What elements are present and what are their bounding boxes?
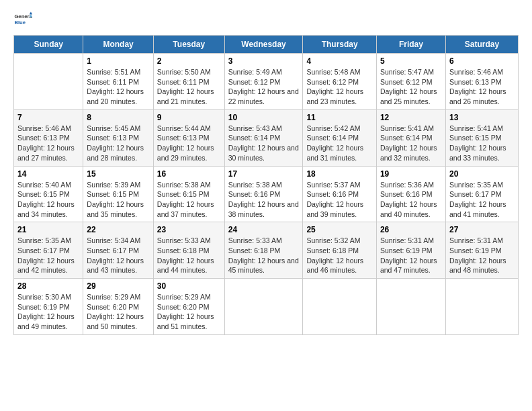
day-number: 19 xyxy=(380,169,442,179)
cell-info: Sunrise: 5:34 AMSunset: 6:17 PMDaylight:… xyxy=(87,236,149,275)
cell-info: Sunrise: 5:44 AMSunset: 6:13 PMDaylight:… xyxy=(157,124,221,163)
day-number: 13 xyxy=(449,113,515,122)
page-header: General Blue xyxy=(13,11,519,30)
day-number: 28 xyxy=(17,281,79,291)
day-number: 24 xyxy=(228,225,300,234)
cell-info: Sunrise: 5:49 AMSunset: 6:12 PMDaylight:… xyxy=(228,67,300,107)
weekday-header: Thursday xyxy=(303,36,377,54)
calendar-week-row: 28Sunrise: 5:30 AMSunset: 6:19 PMDayligh… xyxy=(14,279,519,335)
calendar-cell: 13Sunrise: 5:41 AMSunset: 6:15 PMDayligh… xyxy=(445,109,518,166)
day-number: 26 xyxy=(380,225,442,234)
cell-info: Sunrise: 5:35 AMSunset: 6:17 PMDaylight:… xyxy=(449,180,515,220)
cell-info: Sunrise: 5:38 AMSunset: 6:15 PMDaylight:… xyxy=(157,180,221,220)
day-number: 11 xyxy=(306,113,373,122)
cell-info: Sunrise: 5:42 AMSunset: 6:14 PMDaylight:… xyxy=(306,124,373,163)
weekday-header: Sunday xyxy=(14,36,83,54)
day-number: 17 xyxy=(228,169,300,179)
day-number: 4 xyxy=(306,56,373,66)
svg-text:Blue: Blue xyxy=(14,19,26,26)
cell-info: Sunrise: 5:39 AMSunset: 6:15 PMDaylight:… xyxy=(87,180,149,220)
calendar-cell xyxy=(14,54,83,110)
cell-info: Sunrise: 5:33 AMSunset: 6:18 PMDaylight:… xyxy=(157,236,221,275)
day-number: 6 xyxy=(449,56,515,66)
day-number: 7 xyxy=(17,113,79,122)
calendar-cell: 9Sunrise: 5:44 AMSunset: 6:13 PMDaylight… xyxy=(153,109,224,166)
calendar-cell: 7Sunrise: 5:46 AMSunset: 6:13 PMDaylight… xyxy=(14,109,83,166)
day-number: 10 xyxy=(228,113,300,122)
calendar-cell: 29Sunrise: 5:29 AMSunset: 6:20 PMDayligh… xyxy=(83,279,153,335)
calendar-cell: 17Sunrise: 5:38 AMSunset: 6:16 PMDayligh… xyxy=(224,166,303,222)
day-number: 21 xyxy=(17,225,79,234)
day-number: 23 xyxy=(157,225,221,234)
calendar-cell: 19Sunrise: 5:36 AMSunset: 6:16 PMDayligh… xyxy=(376,166,445,222)
logo: General Blue xyxy=(13,11,32,30)
calendar-week-row: 7Sunrise: 5:46 AMSunset: 6:13 PMDaylight… xyxy=(14,109,519,166)
cell-info: Sunrise: 5:41 AMSunset: 6:14 PMDaylight:… xyxy=(380,124,442,163)
day-number: 29 xyxy=(87,281,149,291)
cell-info: Sunrise: 5:38 AMSunset: 6:16 PMDaylight:… xyxy=(228,180,300,220)
calendar-table: SundayMondayTuesdayWednesdayThursdayFrid… xyxy=(13,35,519,335)
cell-info: Sunrise: 5:51 AMSunset: 6:11 PMDaylight:… xyxy=(87,67,149,107)
calendar-cell: 11Sunrise: 5:42 AMSunset: 6:14 PMDayligh… xyxy=(303,109,377,166)
cell-info: Sunrise: 5:41 AMSunset: 6:15 PMDaylight:… xyxy=(449,124,515,163)
cell-info: Sunrise: 5:50 AMSunset: 6:11 PMDaylight:… xyxy=(157,67,221,107)
cell-info: Sunrise: 5:43 AMSunset: 6:14 PMDaylight:… xyxy=(228,124,300,163)
calendar-cell: 8Sunrise: 5:45 AMSunset: 6:13 PMDaylight… xyxy=(83,109,153,166)
calendar-cell: 23Sunrise: 5:33 AMSunset: 6:18 PMDayligh… xyxy=(153,222,224,279)
calendar-week-row: 14Sunrise: 5:40 AMSunset: 6:15 PMDayligh… xyxy=(14,166,519,222)
calendar-cell: 3Sunrise: 5:49 AMSunset: 6:12 PMDaylight… xyxy=(224,54,303,110)
cell-info: Sunrise: 5:33 AMSunset: 6:18 PMDaylight:… xyxy=(228,236,300,275)
calendar-cell: 25Sunrise: 5:32 AMSunset: 6:18 PMDayligh… xyxy=(303,222,377,279)
calendar-cell: 10Sunrise: 5:43 AMSunset: 6:14 PMDayligh… xyxy=(224,109,303,166)
day-number: 8 xyxy=(87,113,149,122)
calendar-cell: 18Sunrise: 5:37 AMSunset: 6:16 PMDayligh… xyxy=(303,166,377,222)
calendar-cell: 27Sunrise: 5:31 AMSunset: 6:19 PMDayligh… xyxy=(445,222,518,279)
day-number: 22 xyxy=(87,225,149,234)
cell-info: Sunrise: 5:35 AMSunset: 6:17 PMDaylight:… xyxy=(17,236,79,275)
calendar-cell: 4Sunrise: 5:48 AMSunset: 6:12 PMDaylight… xyxy=(303,54,377,110)
cell-info: Sunrise: 5:30 AMSunset: 6:19 PMDaylight:… xyxy=(17,292,79,332)
day-number: 20 xyxy=(449,169,515,179)
day-number: 14 xyxy=(17,169,79,179)
cell-info: Sunrise: 5:29 AMSunset: 6:20 PMDaylight:… xyxy=(157,292,221,332)
calendar-header-row: SundayMondayTuesdayWednesdayThursdayFrid… xyxy=(14,36,519,54)
cell-info: Sunrise: 5:45 AMSunset: 6:13 PMDaylight:… xyxy=(87,124,149,163)
calendar-cell: 14Sunrise: 5:40 AMSunset: 6:15 PMDayligh… xyxy=(14,166,83,222)
cell-info: Sunrise: 5:40 AMSunset: 6:15 PMDaylight:… xyxy=(17,180,79,220)
day-number: 2 xyxy=(157,56,221,66)
calendar-cell xyxy=(445,279,518,335)
weekday-header: Tuesday xyxy=(153,36,224,54)
calendar-cell xyxy=(376,279,445,335)
calendar-cell: 16Sunrise: 5:38 AMSunset: 6:15 PMDayligh… xyxy=(153,166,224,222)
calendar-cell: 28Sunrise: 5:30 AMSunset: 6:19 PMDayligh… xyxy=(14,279,83,335)
calendar-cell: 30Sunrise: 5:29 AMSunset: 6:20 PMDayligh… xyxy=(153,279,224,335)
day-number: 30 xyxy=(157,281,221,291)
calendar-cell: 1Sunrise: 5:51 AMSunset: 6:11 PMDaylight… xyxy=(83,54,153,110)
day-number: 12 xyxy=(380,113,442,122)
calendar-cell: 12Sunrise: 5:41 AMSunset: 6:14 PMDayligh… xyxy=(376,109,445,166)
cell-info: Sunrise: 5:46 AMSunset: 6:13 PMDaylight:… xyxy=(449,67,515,107)
cell-info: Sunrise: 5:36 AMSunset: 6:16 PMDaylight:… xyxy=(380,180,442,220)
cell-info: Sunrise: 5:46 AMSunset: 6:13 PMDaylight:… xyxy=(17,124,79,163)
cell-info: Sunrise: 5:37 AMSunset: 6:16 PMDaylight:… xyxy=(306,180,373,220)
calendar-cell: 24Sunrise: 5:33 AMSunset: 6:18 PMDayligh… xyxy=(224,222,303,279)
calendar-week-row: 21Sunrise: 5:35 AMSunset: 6:17 PMDayligh… xyxy=(14,222,519,279)
day-number: 25 xyxy=(306,225,373,234)
calendar-cell: 2Sunrise: 5:50 AMSunset: 6:11 PMDaylight… xyxy=(153,54,224,110)
day-number: 9 xyxy=(157,113,221,122)
calendar-cell: 6Sunrise: 5:46 AMSunset: 6:13 PMDaylight… xyxy=(445,54,518,110)
weekday-header: Friday xyxy=(376,36,445,54)
weekday-header: Saturday xyxy=(445,36,518,54)
cell-info: Sunrise: 5:48 AMSunset: 6:12 PMDaylight:… xyxy=(306,67,373,107)
calendar-cell: 15Sunrise: 5:39 AMSunset: 6:15 PMDayligh… xyxy=(83,166,153,222)
cell-info: Sunrise: 5:47 AMSunset: 6:12 PMDaylight:… xyxy=(380,67,442,107)
calendar-cell: 20Sunrise: 5:35 AMSunset: 6:17 PMDayligh… xyxy=(445,166,518,222)
day-number: 27 xyxy=(449,225,515,234)
cell-info: Sunrise: 5:29 AMSunset: 6:20 PMDaylight:… xyxy=(87,292,149,332)
weekday-header: Monday xyxy=(83,36,153,54)
cell-info: Sunrise: 5:31 AMSunset: 6:19 PMDaylight:… xyxy=(449,236,515,275)
calendar-cell xyxy=(303,279,377,335)
day-number: 3 xyxy=(228,56,300,66)
calendar-cell: 21Sunrise: 5:35 AMSunset: 6:17 PMDayligh… xyxy=(14,222,83,279)
day-number: 15 xyxy=(87,169,149,179)
